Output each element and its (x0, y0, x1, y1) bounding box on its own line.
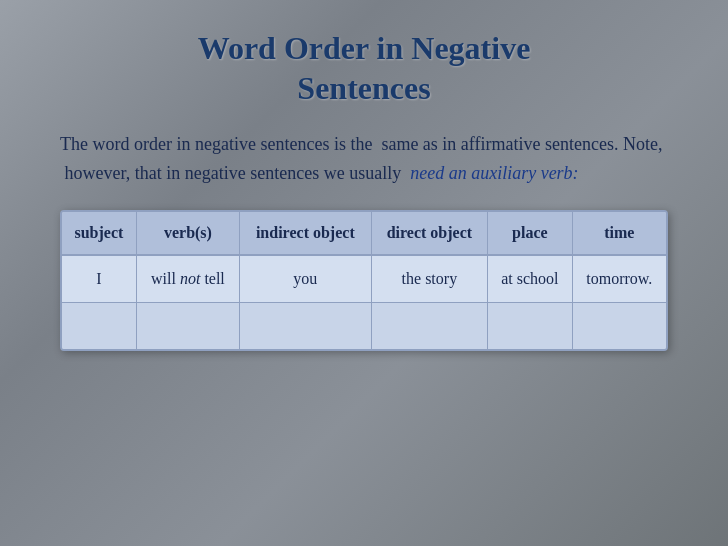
cell-subject: I (62, 255, 136, 303)
cell-time: tomorrow. (572, 255, 666, 303)
table-row: I will not tell you the story at school … (62, 255, 666, 303)
cell-empty-indirect (240, 302, 372, 349)
col-verbs: verb(s) (136, 212, 239, 255)
cell-empty-verbs (136, 302, 239, 349)
body-paragraph: The word order in negative sentences is … (60, 130, 668, 188)
cell-empty-subject (62, 302, 136, 349)
cell-empty-time (572, 302, 666, 349)
cell-direct-object: the story (371, 255, 487, 303)
col-indirect-object: indirect object (240, 212, 372, 255)
cell-indirect-object: you (240, 255, 372, 303)
word-order-table: subject verb(s) indirect object direct o… (60, 210, 668, 351)
col-direct-object: direct object (371, 212, 487, 255)
col-subject: subject (62, 212, 136, 255)
col-place: place (488, 212, 572, 255)
cell-empty-place (488, 302, 572, 349)
cell-verbs: will not tell (136, 255, 239, 303)
col-time: time (572, 212, 666, 255)
page-title: Word Order in Negative Sentences (198, 28, 531, 108)
cell-place: at school (488, 255, 572, 303)
table-row-empty (62, 302, 666, 349)
cell-empty-direct (371, 302, 487, 349)
